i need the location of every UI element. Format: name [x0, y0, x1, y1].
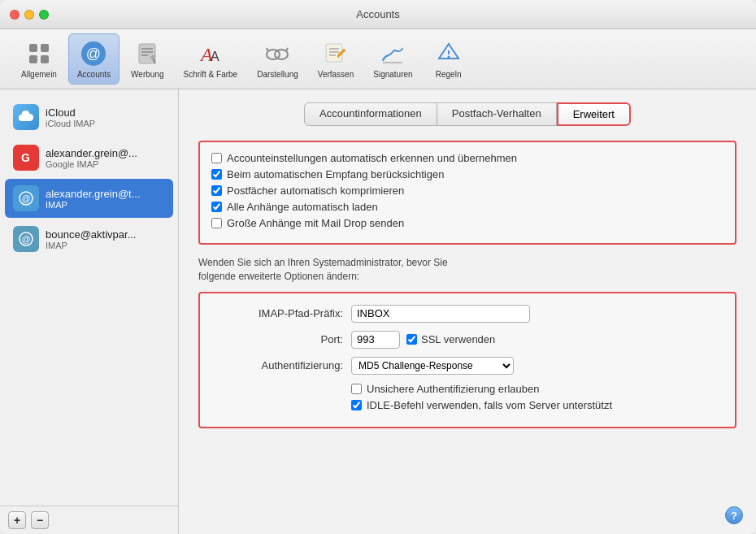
imap1-name: alexander.grein@t...: [46, 188, 141, 200]
toolbar-item-accounts[interactable]: @ Accounts: [68, 33, 119, 85]
maximize-button[interactable]: [39, 10, 49, 20]
svg-text:@: @: [21, 234, 30, 244]
tab-accountinfo[interactable]: Accountinformationen: [304, 102, 437, 126]
signaturen-label: Signaturen: [373, 70, 412, 79]
google-info: alexander.grein@... Google IMAP: [46, 147, 137, 169]
sidebar-account-google[interactable]: G alexander.grein@... Google IMAP: [5, 138, 173, 177]
svg-text:A: A: [211, 50, 219, 63]
toolbar-item-verfassen[interactable]: Verfassen: [310, 34, 362, 84]
minimize-button[interactable]: [24, 10, 34, 20]
auth-select[interactable]: Passwort MD5 Challenge-Response NTLM Ker…: [351, 357, 514, 375]
sidebar-footer: + −: [0, 506, 178, 534]
empfang-checkbox[interactable]: [211, 169, 222, 180]
toolbar-item-schrift[interactable]: A A Schrift & Farbe: [175, 34, 245, 84]
imap-field-label: IMAP-Pfad-Präfix:: [213, 307, 343, 319]
imap-path-input[interactable]: [351, 305, 530, 323]
schrift-icon: A A: [196, 39, 225, 68]
advanced-settings-box: IMAP-Pfad-Präfix: Port: SSL verwenden: [198, 292, 736, 428]
tab-postfach[interactable]: Postfach-Verhalten: [437, 102, 557, 126]
anhaenge-checkbox[interactable]: [211, 202, 222, 212]
help-button[interactable]: ?: [725, 506, 743, 524]
regeln-label: Regeln: [436, 70, 462, 79]
svg-rect-2: [29, 55, 37, 63]
werbung-label: Werbung: [131, 70, 163, 79]
svg-line-16: [267, 48, 268, 51]
verfassen-icon: [321, 39, 350, 68]
window-controls: [10, 10, 49, 20]
close-button[interactable]: [10, 10, 20, 20]
sidebar-account-imap1[interactable]: @ alexander.grein@t... IMAP: [5, 179, 173, 218]
allgemein-label: Allgemein: [21, 70, 57, 79]
port-field-label: Port:: [213, 333, 343, 345]
regeln-icon: [434, 39, 463, 68]
imap2-icon: @: [13, 226, 39, 252]
unsicher-label: Unsichere Authentifizierung erlauben: [367, 383, 539, 395]
imap-field-row: IMAP-Pfad-Präfix:: [213, 305, 722, 323]
idle-option: IDLE-Befehl verwenden, falls vom Server …: [351, 399, 722, 411]
google-icon: G: [13, 145, 39, 171]
sidebar-account-imap2[interactable]: @ bounce@aktivpar... IMAP: [5, 219, 173, 258]
svg-text:@: @: [21, 193, 30, 203]
svg-rect-3: [41, 55, 49, 63]
maildrop-option: Große Anhänge mit Mail Drop senden: [211, 217, 723, 229]
imap1-icon: @: [13, 185, 39, 211]
werbung-icon: [133, 39, 162, 68]
svg-point-25: [447, 56, 450, 59]
imap2-type: IMAP: [46, 241, 136, 250]
ssl-checkbox[interactable]: [406, 334, 417, 345]
toolbar-item-regeln[interactable]: Regeln: [424, 34, 473, 84]
maildrop-checkbox[interactable]: [211, 218, 222, 228]
google-type: Google IMAP: [46, 159, 137, 169]
imap1-type: IMAP: [46, 200, 141, 210]
darstellung-label: Darstellung: [257, 70, 298, 79]
svg-rect-1: [41, 44, 49, 52]
toolbar-item-darstellung[interactable]: Darstellung: [249, 34, 306, 84]
ssl-label-text: SSL verwenden: [421, 333, 495, 345]
titlebar: Accounts: [0, 0, 756, 29]
auth-field-label: Authentifizierung:: [213, 359, 343, 371]
unsicher-checkbox[interactable]: [351, 384, 362, 394]
main-window: Accounts Allgemein @ Ac: [0, 0, 756, 534]
imap1-info: alexander.grein@t... IMAP: [46, 188, 141, 210]
idle-checkbox[interactable]: [351, 400, 362, 410]
komprimieren-option: Postfächer automatisch komprimieren: [211, 185, 723, 197]
imap2-info: bounce@aktivpar... IMAP: [46, 228, 136, 250]
anhaenge-label: Alle Anhänge automatisch laden: [227, 201, 378, 213]
port-input[interactable]: [351, 331, 400, 349]
svg-line-17: [286, 48, 288, 51]
maildrop-label: Große Anhänge mit Mail Drop senden: [227, 217, 404, 229]
signaturen-icon: [378, 39, 407, 68]
idle-label: IDLE-Befehl verwenden, falls vom Server …: [367, 399, 612, 411]
unsicher-option: Unsichere Authentifizierung erlauben: [351, 383, 722, 395]
toolbar-item-werbung[interactable]: Werbung: [123, 34, 172, 84]
add-account-button[interactable]: +: [8, 511, 26, 529]
darstellung-icon: [263, 39, 292, 68]
window-title: Accounts: [356, 8, 399, 20]
schrift-label: Schrift & Farbe: [183, 70, 237, 79]
toolbar-item-allgemein[interactable]: Allgemein: [13, 34, 65, 84]
warning-text: Wenden Sie sich an Ihren Systemadministr…: [198, 256, 736, 284]
imap2-name: bounce@aktivpar...: [46, 228, 136, 241]
icloud-info: iCloud iCloud IMAP: [46, 106, 95, 128]
auth-field-row: Authentifizierung: Passwort MD5 Challeng…: [213, 357, 722, 375]
svg-text:@: @: [86, 46, 101, 62]
anhaenge-option: Alle Anhänge automatisch laden: [211, 201, 723, 213]
toolbar-item-signaturen[interactable]: Signaturen: [365, 34, 420, 84]
accounts-icon: @: [79, 39, 108, 68]
komprimieren-checkbox[interactable]: [211, 185, 222, 196]
tab-bar: Accountinformationen Postfach-Verhalten …: [198, 102, 736, 126]
accounts-label: Accounts: [77, 70, 111, 79]
auto-detect-checkbox[interactable]: [211, 153, 222, 163]
remove-account-button[interactable]: −: [31, 511, 49, 529]
account-list: iCloud iCloud IMAP G alexander.grein@...…: [0, 89, 178, 506]
sidebar: iCloud iCloud IMAP G alexander.grein@...…: [0, 89, 179, 534]
auto-detect-option: Accounteinstellungen automatisch erkenne…: [211, 152, 723, 164]
google-name: alexander.grein@...: [46, 147, 137, 159]
empfang-option: Beim automatischen Empfang berücksichtig…: [211, 168, 723, 180]
svg-rect-6: [139, 44, 155, 63]
svg-text:G: G: [21, 151, 30, 164]
sidebar-account-icloud[interactable]: iCloud iCloud IMAP: [5, 98, 173, 137]
icloud-name: iCloud: [46, 106, 95, 119]
tab-erweitert[interactable]: Erweitert: [557, 102, 631, 126]
empfang-label: Beim automatischen Empfang berücksichtig…: [227, 168, 444, 180]
